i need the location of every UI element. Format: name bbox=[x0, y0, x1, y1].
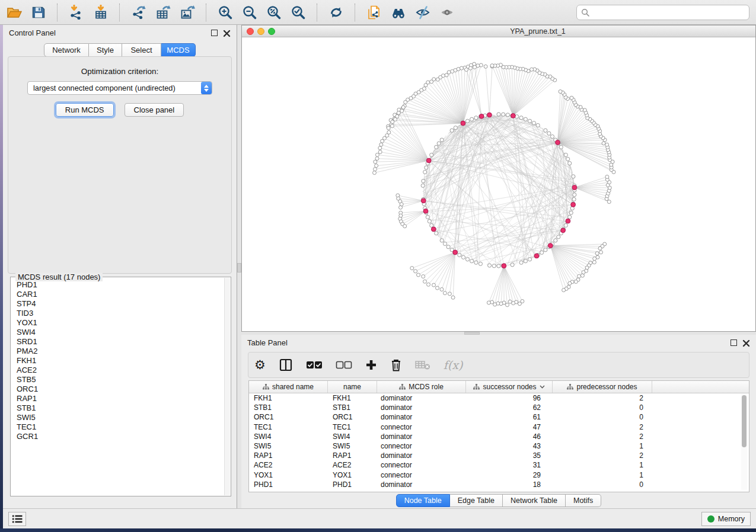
search-network-icon[interactable] bbox=[390, 4, 406, 20]
cell-successor_nodes[interactable]: 96 bbox=[466, 393, 553, 403]
maximize-window-icon[interactable] bbox=[268, 28, 275, 35]
mcds-result-item[interactable]: GCR1 bbox=[11, 432, 224, 441]
criterion-dropdown[interactable]: largest connected component (undirected) bbox=[27, 81, 212, 95]
zoom-out-icon[interactable] bbox=[241, 4, 257, 20]
cell-mcds_role[interactable]: dominator bbox=[377, 393, 466, 403]
table-row-FKH1[interactable]: FKH1FKH1dominator962 bbox=[249, 393, 749, 403]
export-network-icon[interactable] bbox=[130, 4, 146, 20]
table-scrollbar[interactable] bbox=[741, 394, 747, 490]
mcds-result-item[interactable]: TID3 bbox=[11, 309, 224, 318]
task-history-button[interactable] bbox=[8, 512, 26, 526]
column-header-predecessor-nodes[interactable]: predecessor nodes bbox=[553, 381, 652, 393]
cell-shared_name[interactable]: SWI4 bbox=[249, 432, 328, 441]
scrollbar-thumb[interactable] bbox=[742, 395, 747, 447]
cell-name[interactable]: FKH1 bbox=[328, 393, 377, 403]
apply-layout-icon[interactable] bbox=[328, 4, 344, 20]
cell-successor_nodes[interactable]: 31 bbox=[466, 460, 553, 470]
mcds-list-scrollbar[interactable] bbox=[224, 278, 230, 495]
mcds-result-item[interactable]: ORC1 bbox=[11, 384, 224, 394]
cell-successor_nodes[interactable]: 46 bbox=[466, 432, 553, 441]
cell-predecessor_nodes[interactable]: 1 bbox=[553, 470, 652, 480]
hide-selected-icon[interactable] bbox=[414, 4, 430, 20]
cell-shared_name[interactable]: YOX1 bbox=[249, 470, 328, 480]
zoom-in-icon[interactable] bbox=[217, 4, 233, 20]
delete-columns-icon[interactable] bbox=[390, 358, 402, 371]
save-session-icon[interactable] bbox=[30, 4, 46, 20]
cell-shared_name[interactable]: ACE2 bbox=[249, 460, 328, 470]
cell-predecessor_nodes[interactable]: 2 bbox=[553, 422, 652, 432]
float-window-icon[interactable] bbox=[731, 339, 737, 346]
column-header-shared-name[interactable]: shared name bbox=[249, 381, 328, 393]
export-table-icon[interactable] bbox=[155, 4, 171, 20]
table-row-RAP1[interactable]: RAP1RAP1dominator352 bbox=[249, 451, 749, 460]
splitter-grip[interactable] bbox=[237, 263, 241, 273]
column-header-MCDS-role[interactable]: MCDS role bbox=[377, 381, 466, 393]
mcds-result-item[interactable]: YOX1 bbox=[11, 318, 224, 328]
cell-predecessor_nodes[interactable]: 0 bbox=[553, 480, 652, 489]
cell-name[interactable]: YOX1 bbox=[328, 470, 377, 480]
zoom-fit-icon[interactable] bbox=[266, 4, 282, 20]
mcds-result-item[interactable]: FKH1 bbox=[11, 356, 224, 366]
open-file-icon[interactable] bbox=[6, 4, 22, 20]
network-window-titlebar[interactable]: YPA_prune.txt_1 bbox=[242, 25, 755, 37]
float-window-icon[interactable] bbox=[211, 30, 218, 36]
cell-mcds_role[interactable]: dominator bbox=[377, 412, 466, 422]
cell-mcds_role[interactable]: connector bbox=[377, 460, 466, 470]
tab-node-table[interactable]: Node Table bbox=[396, 494, 450, 507]
table-row-YOX1[interactable]: YOX1YOX1connector291 bbox=[249, 470, 749, 480]
mcds-result-item[interactable]: TEC1 bbox=[11, 422, 224, 432]
table-mode-gear-icon[interactable]: ⚙ bbox=[254, 359, 266, 371]
zoom-selected-icon[interactable] bbox=[290, 4, 306, 20]
deselect-all-icon[interactable] bbox=[336, 361, 352, 369]
cell-name[interactable]: ORC1 bbox=[328, 412, 377, 422]
cell-shared_name[interactable]: PHD1 bbox=[249, 480, 328, 489]
cell-predecessor_nodes[interactable]: 0 bbox=[553, 412, 652, 422]
mcds-result-item[interactable]: RAP1 bbox=[11, 394, 224, 403]
tab-network-table[interactable]: Network Table bbox=[503, 494, 566, 507]
tab-select[interactable]: Select bbox=[122, 43, 161, 57]
tab-style[interactable]: Style bbox=[89, 43, 122, 57]
vertical-splitter[interactable] bbox=[237, 25, 241, 508]
show-columns-icon[interactable] bbox=[279, 358, 293, 372]
cell-shared_name[interactable]: ORC1 bbox=[249, 412, 328, 422]
mcds-result-item[interactable]: PHD1 bbox=[11, 280, 224, 290]
mcds-result-item[interactable]: SWI5 bbox=[11, 413, 224, 422]
cell-mcds_role[interactable]: dominator bbox=[377, 403, 466, 412]
mcds-result-item[interactable]: STP4 bbox=[11, 299, 224, 309]
cell-name[interactable]: TEC1 bbox=[328, 422, 377, 432]
cell-mcds_role[interactable]: dominator bbox=[377, 432, 466, 441]
network-graph[interactable] bbox=[242, 37, 755, 331]
mcds-result-item[interactable]: STB1 bbox=[11, 403, 224, 413]
export-image-icon[interactable] bbox=[179, 4, 195, 20]
cell-shared_name[interactable]: FKH1 bbox=[249, 393, 328, 403]
cell-mcds_role[interactable]: dominator bbox=[377, 480, 466, 489]
cell-successor_nodes[interactable]: 29 bbox=[466, 470, 553, 480]
cell-shared_name[interactable]: RAP1 bbox=[249, 451, 328, 460]
import-table-icon[interactable] bbox=[92, 4, 109, 20]
close-panel-icon[interactable] bbox=[223, 29, 231, 37]
add-column-icon[interactable] bbox=[365, 359, 377, 371]
table-row-STB1[interactable]: STB1STB1dominator620 bbox=[249, 403, 749, 412]
table-row-SWI4[interactable]: SWI4SWI4dominator462 bbox=[249, 432, 749, 441]
table-row-ACE2[interactable]: ACE2ACE2connector311 bbox=[249, 460, 749, 470]
select-all-icon[interactable] bbox=[306, 361, 323, 369]
cell-name[interactable]: SWI5 bbox=[328, 441, 377, 451]
cell-shared_name[interactable]: STB1 bbox=[249, 403, 328, 412]
mcds-result-item[interactable]: CAR1 bbox=[11, 290, 224, 299]
mcds-result-item[interactable]: PMA2 bbox=[11, 347, 224, 356]
cell-mcds_role[interactable]: dominator bbox=[377, 451, 466, 460]
cell-shared_name[interactable]: SWI5 bbox=[249, 441, 328, 451]
import-network-icon[interactable] bbox=[68, 4, 84, 20]
cell-name[interactable]: SWI4 bbox=[328, 432, 377, 441]
cell-predecessor_nodes[interactable]: 2 bbox=[553, 432, 652, 441]
cell-predecessor_nodes[interactable]: 0 bbox=[553, 403, 652, 412]
close-panel-button[interactable]: Close panel bbox=[125, 103, 184, 117]
tab-network[interactable]: Network bbox=[44, 43, 89, 57]
run-mcds-button[interactable]: Run MCDS bbox=[56, 103, 114, 117]
cell-mcds_role[interactable]: connector bbox=[377, 470, 466, 480]
cell-successor_nodes[interactable]: 43 bbox=[466, 441, 553, 451]
cell-name[interactable]: PHD1 bbox=[328, 480, 377, 489]
search-input[interactable] bbox=[589, 8, 745, 17]
cell-predecessor_nodes[interactable]: 2 bbox=[553, 451, 652, 460]
cell-successor_nodes[interactable]: 18 bbox=[466, 480, 553, 489]
